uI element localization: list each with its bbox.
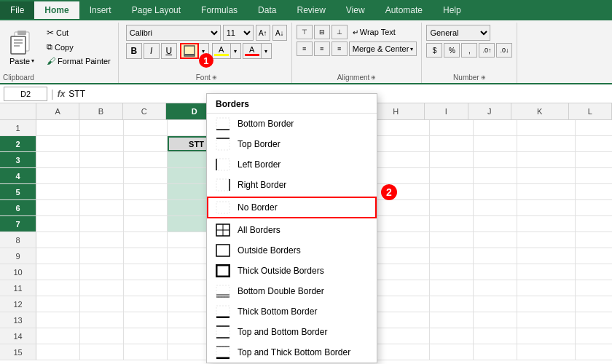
cell[interactable] bbox=[430, 152, 474, 167]
view-tab[interactable]: View bbox=[336, 1, 375, 19]
cell[interactable] bbox=[474, 168, 517, 183]
cell[interactable] bbox=[474, 296, 517, 312]
col-header-c[interactable]: C bbox=[123, 103, 166, 119]
cell[interactable] bbox=[80, 184, 124, 199]
all-borders-item[interactable]: All Borders bbox=[207, 220, 377, 240]
decrease-decimal-button[interactable]: .0↓ bbox=[496, 43, 512, 58]
cell[interactable] bbox=[576, 296, 612, 312]
cell[interactable] bbox=[372, 264, 430, 280]
top-border-item[interactable]: Top Border bbox=[207, 134, 377, 154]
cell[interactable] bbox=[372, 248, 430, 264]
align-right-button[interactable]: ≡ bbox=[332, 41, 348, 56]
cell[interactable] bbox=[80, 232, 124, 248]
data-tab[interactable]: Data bbox=[248, 1, 286, 19]
cell[interactable] bbox=[124, 296, 168, 312]
cell[interactable] bbox=[36, 328, 80, 344]
review-tab[interactable]: Review bbox=[286, 1, 335, 19]
cell[interactable] bbox=[80, 248, 124, 264]
cell[interactable] bbox=[372, 152, 430, 167]
cell[interactable] bbox=[517, 248, 576, 264]
cell[interactable] bbox=[124, 248, 168, 264]
cell[interactable] bbox=[36, 232, 80, 248]
cell[interactable] bbox=[474, 184, 517, 199]
cell[interactable] bbox=[372, 232, 430, 248]
fill-color-button[interactable]: A bbox=[212, 43, 231, 59]
align-left-button[interactable]: ≡ bbox=[297, 41, 313, 56]
cell[interactable] bbox=[576, 184, 612, 199]
cell[interactable] bbox=[517, 328, 576, 344]
fill-color-arrow[interactable]: ▾ bbox=[231, 43, 241, 59]
cell[interactable] bbox=[80, 280, 124, 296]
number-format-select[interactable]: General bbox=[426, 25, 490, 41]
thick-bottom-border-item[interactable]: Thick Bottom Border bbox=[207, 301, 377, 322]
cell[interactable] bbox=[36, 264, 80, 280]
cell[interactable] bbox=[80, 216, 124, 232]
cell[interactable] bbox=[430, 136, 474, 151]
cell[interactable] bbox=[124, 264, 168, 280]
font-color-arrow[interactable]: ▾ bbox=[262, 43, 272, 59]
col-header-b[interactable]: B bbox=[79, 103, 122, 119]
row-header[interactable]: 1 bbox=[0, 120, 36, 135]
font-color-button[interactable]: A bbox=[243, 43, 262, 59]
col-header-k[interactable]: K bbox=[511, 103, 569, 119]
cell[interactable] bbox=[517, 312, 576, 328]
cell[interactable] bbox=[517, 296, 576, 312]
cell[interactable] bbox=[474, 312, 517, 328]
cell[interactable] bbox=[430, 264, 474, 280]
cell[interactable] bbox=[430, 216, 474, 232]
outside-borders-item[interactable]: Outside Borders bbox=[207, 240, 377, 261]
cut-button[interactable]: ✂ Cut bbox=[44, 26, 114, 39]
copy-button[interactable]: ⧉ Copy bbox=[44, 41, 114, 53]
cell[interactable] bbox=[576, 248, 612, 264]
cell[interactable] bbox=[372, 136, 430, 151]
cell[interactable] bbox=[124, 280, 168, 296]
cell[interactable] bbox=[36, 184, 80, 199]
increase-font-size-button[interactable]: A↑ bbox=[256, 25, 270, 41]
cell[interactable] bbox=[474, 328, 517, 344]
border-button[interactable] bbox=[180, 43, 199, 59]
cell[interactable] bbox=[80, 328, 124, 344]
cell[interactable] bbox=[517, 264, 576, 280]
cell[interactable] bbox=[372, 200, 430, 215]
cell[interactable] bbox=[517, 168, 576, 183]
cell[interactable] bbox=[474, 248, 517, 264]
italic-button[interactable]: I bbox=[144, 43, 160, 59]
cell[interactable] bbox=[576, 120, 612, 135]
home-tab[interactable]: Home bbox=[34, 1, 79, 19]
cell[interactable] bbox=[372, 120, 430, 135]
cell[interactable] bbox=[80, 120, 124, 135]
cell[interactable] bbox=[576, 136, 612, 151]
help-tab[interactable]: Help bbox=[433, 1, 471, 19]
comma-button[interactable]: , bbox=[461, 43, 477, 58]
cell[interactable] bbox=[124, 232, 168, 248]
row-header[interactable]: 14 bbox=[0, 328, 36, 344]
cell[interactable] bbox=[372, 312, 430, 328]
cell[interactable] bbox=[576, 280, 612, 296]
file-tab[interactable]: File bbox=[0, 1, 34, 19]
row-header[interactable]: 4 bbox=[0, 168, 36, 183]
cell[interactable] bbox=[80, 264, 124, 280]
cell[interactable] bbox=[80, 168, 124, 183]
cell[interactable] bbox=[36, 120, 80, 135]
bottom-border-item[interactable]: Bottom Border bbox=[207, 114, 377, 134]
cell[interactable] bbox=[36, 136, 80, 151]
cell[interactable] bbox=[474, 264, 517, 280]
increase-decimal-button[interactable]: .0↑ bbox=[479, 43, 495, 58]
cell[interactable] bbox=[474, 136, 517, 151]
cell[interactable] bbox=[474, 216, 517, 232]
align-middle-button[interactable]: ⊟ bbox=[314, 25, 330, 39]
col-header-i[interactable]: I bbox=[425, 103, 468, 119]
cell[interactable] bbox=[430, 232, 474, 248]
cell[interactable] bbox=[80, 200, 124, 215]
cell[interactable] bbox=[36, 280, 80, 296]
cell-reference-input[interactable] bbox=[4, 87, 47, 101]
left-border-item[interactable]: Left Border bbox=[207, 154, 377, 175]
cell[interactable] bbox=[80, 152, 124, 167]
cell[interactable] bbox=[576, 312, 612, 328]
merge-center-button[interactable]: Merge & Center ▾ bbox=[349, 41, 417, 56]
cell[interactable] bbox=[36, 168, 80, 183]
page-layout-tab[interactable]: Page Layout bbox=[122, 1, 191, 19]
cell[interactable] bbox=[517, 232, 576, 248]
cell[interactable] bbox=[36, 312, 80, 328]
row-header[interactable]: 8 bbox=[0, 232, 36, 248]
